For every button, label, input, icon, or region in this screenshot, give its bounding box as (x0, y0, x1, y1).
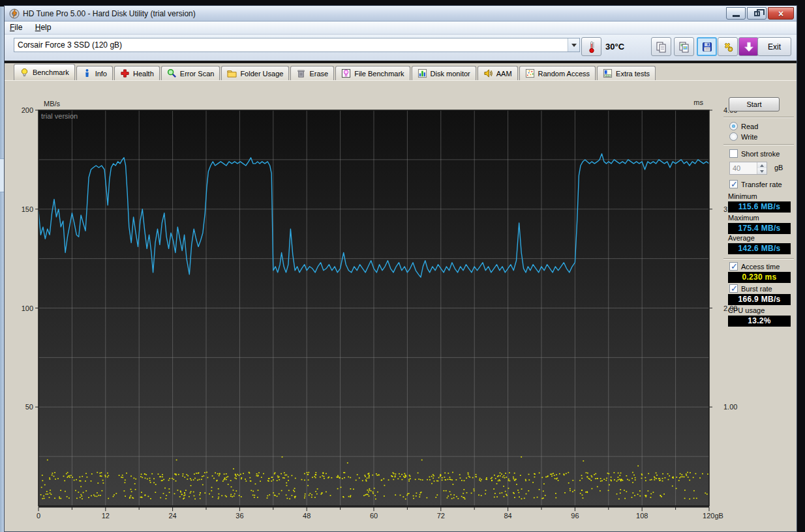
stepper-down-button[interactable] (757, 168, 767, 174)
menu-file[interactable]: File (5, 22, 27, 33)
down-arrow-icon (760, 170, 764, 173)
tab-benchmark[interactable]: Benchmark (14, 64, 75, 80)
access-time-checkbox[interactable] (729, 262, 738, 271)
svg-text:108: 108 (636, 512, 648, 520)
maximum-label: Maximum (728, 214, 759, 222)
svg-text:50: 50 (25, 403, 33, 411)
bar-chart-icon (418, 68, 427, 78)
svg-text:trial version: trial version (41, 112, 78, 120)
svg-text:84: 84 (504, 512, 511, 520)
transfer-rate-label: Transfer rate (741, 181, 782, 188)
tab-label: Folder Usage (240, 70, 283, 78)
capacity-stepper[interactable]: 40 (729, 162, 767, 175)
read-radio[interactable] (729, 122, 738, 130)
minimize-button[interactable] (726, 7, 746, 20)
floppy-icon (701, 41, 713, 53)
tab-aam[interactable]: AAM (478, 66, 518, 80)
tab-label: Extra tests (616, 70, 650, 78)
tab-random-access[interactable]: Random Access (519, 66, 596, 80)
burst-rate-value: 166.9 MB/s (728, 294, 791, 305)
svg-text:MB/s: MB/s (44, 100, 61, 108)
minimize-icon (733, 15, 740, 17)
restore-button[interactable] (747, 7, 767, 20)
exit-button[interactable]: Exit (757, 37, 791, 56)
bulb-icon (20, 68, 29, 78)
tab-info[interactable]: Info (76, 66, 113, 80)
transfer-rate-checkbox[interactable] (729, 180, 738, 188)
average-value: 142.6 MB/s (728, 243, 791, 254)
write-radio[interactable] (729, 132, 738, 141)
download-arrow-icon (743, 41, 755, 53)
tab-label: Benchmark (33, 68, 69, 76)
svg-text:150: 150 (22, 205, 33, 213)
restore-icon (754, 11, 760, 16)
benchmark-chart: MB/sms200150100504.003.002.001.000122436… (20, 95, 738, 531)
up-arrow-icon (760, 164, 764, 167)
access-time-value: 0.230 ms (728, 272, 791, 283)
copy-text-button[interactable] (651, 37, 671, 56)
tab-error-scan[interactable]: Error Scan (161, 66, 220, 80)
svg-text:72: 72 (437, 512, 445, 520)
stepper-up-button[interactable] (757, 162, 767, 168)
app-icon (9, 8, 20, 19)
separator (723, 117, 794, 118)
window-title: HD Tune Pro 5.00 - Hard Disk Utility (tr… (23, 9, 196, 18)
health-cross-icon (120, 68, 130, 78)
burst-rate-checkbox[interactable] (729, 284, 738, 293)
read-radio-row: Read (729, 122, 758, 130)
folder-icon (227, 68, 237, 78)
copy-image-button[interactable] (674, 37, 694, 56)
minimum-value: 115.6 MB/s (728, 201, 791, 213)
read-radio-label: Read (741, 123, 758, 130)
svg-text:12: 12 (102, 512, 110, 520)
speaker-icon (483, 68, 493, 78)
desktop-background: HD Tune Pro 5.00 - Hard Disk Utility (tr… (0, 0, 805, 532)
separator (723, 144, 794, 145)
svg-text:ms: ms (693, 98, 703, 106)
svg-text:0: 0 (37, 512, 40, 520)
trash-icon (296, 68, 306, 78)
tab-label: File Benchmark (354, 70, 404, 78)
svg-text:48: 48 (303, 512, 311, 520)
short-stroke-label: Short stroke (741, 150, 780, 158)
window-controls: × (726, 7, 794, 20)
tab-label: Erase (309, 70, 328, 78)
copy-image-icon (678, 41, 690, 53)
close-button[interactable]: × (768, 7, 794, 20)
tab-extra-tests[interactable]: Extra tests (597, 66, 656, 80)
scatter-icon (525, 68, 535, 78)
tab-erase[interactable]: Erase (290, 66, 334, 80)
minimum-label: Minimum (728, 192, 757, 200)
tab-label: Error Scan (180, 70, 215, 78)
drive-selector-value: Corsair Force 3 SSD (120 gB) (14, 40, 568, 50)
temperature-button[interactable] (581, 37, 601, 56)
burst-rate-row: Burst rate (729, 284, 772, 293)
tab-health[interactable]: Health (114, 66, 160, 80)
tab-strip: BenchmarkInfoHealthError ScanFolder Usag… (14, 64, 657, 80)
save-button[interactable] (697, 37, 717, 56)
svg-text:36: 36 (235, 512, 243, 520)
tab-disk-monitor[interactable]: Disk monitor (412, 66, 476, 80)
tab-label: Disk monitor (431, 70, 470, 78)
start-button[interactable]: Start (729, 97, 780, 111)
access-time-label: Access time (741, 263, 780, 271)
capacity-unit-label: gB (774, 164, 783, 171)
tab-folder-usage[interactable]: Folder Usage (221, 66, 289, 80)
tab-content-edge (5, 80, 797, 81)
write-radio-label: Write (741, 133, 757, 141)
svg-text:120gB: 120gB (703, 512, 723, 520)
app-window: HD Tune Pro 5.00 - Hard Disk Utility (tr… (4, 5, 797, 532)
download-button[interactable] (738, 37, 759, 56)
drive-selector[interactable]: Corsair Force 3 SSD (120 gB) (14, 38, 580, 52)
separator (723, 258, 794, 259)
tab-file-benchmark[interactable]: File Benchmark (335, 66, 410, 80)
options-button[interactable] (718, 37, 738, 56)
close-icon: × (778, 9, 783, 18)
short-stroke-row: Short stroke (729, 149, 780, 158)
title-bar: HD Tune Pro 5.00 - Hard Disk Utility (tr… (5, 6, 797, 22)
menu-help[interactable]: Help (30, 22, 57, 33)
short-stroke-checkbox[interactable] (729, 149, 738, 158)
menu-bar: File Help (5, 22, 797, 35)
transfer-rate-row: Transfer rate (729, 180, 782, 188)
toolbar-divider (5, 61, 797, 63)
